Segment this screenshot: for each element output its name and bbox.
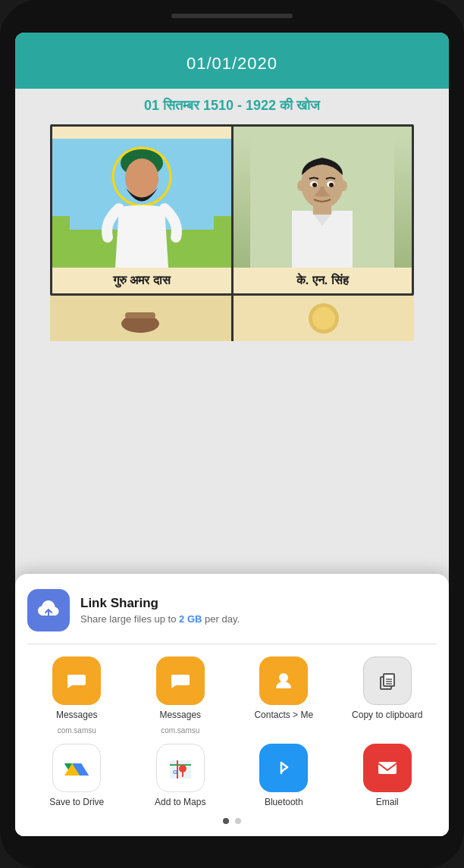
drive-icon <box>52 744 101 792</box>
kn-svg <box>250 139 394 268</box>
app-header: 01/01/2020 <box>15 33 449 89</box>
maps-svg: G <box>167 754 194 782</box>
email-svg <box>374 754 401 782</box>
share-item-contacts[interactable]: Contacts > Me <box>234 656 334 735</box>
svg-point-10 <box>340 180 347 191</box>
guru-figure <box>52 139 231 268</box>
maps-icon: G <box>156 744 205 792</box>
svg-point-4 <box>125 158 158 198</box>
svg-point-24 <box>279 673 288 682</box>
guru-amar-das-cell: गुरु अमर दास <box>52 127 231 293</box>
messages2-sublabel: com.samsu <box>161 726 199 735</box>
email-icon <box>363 744 412 792</box>
subtitle-prefix: Share large files up to <box>80 613 179 625</box>
guru-caption: गुरु अमर दास <box>52 268 231 293</box>
share-item-email[interactable]: Email <box>338 744 437 809</box>
kn-figure <box>234 139 412 268</box>
bluetooth-label: Bluetooth <box>265 797 303 809</box>
bottom-cell-left <box>50 296 231 341</box>
guru-svg <box>70 139 214 268</box>
svg-point-36 <box>179 765 187 772</box>
share-subtitle: Share large files up to 2 GB per day. <box>80 613 240 625</box>
share-title: Link Sharing <box>80 596 240 611</box>
contacts-label: Contacts > Me <box>254 710 313 722</box>
dot-1 <box>223 818 229 824</box>
share-item-bluetooth[interactable]: Bluetooth <box>234 744 334 809</box>
bottom-row <box>50 296 414 341</box>
drive-svg <box>61 754 92 782</box>
header-date: 01/01/2020 <box>30 54 434 74</box>
share-sheet: Link Sharing Share large files up to 2 G… <box>15 574 449 835</box>
bottom-right-img <box>293 297 354 339</box>
messages1-icon <box>52 656 101 705</box>
messages1-sublabel: com.samsu <box>58 726 96 735</box>
svg-text:G: G <box>173 769 177 776</box>
maps-label: Add to Maps <box>155 797 205 809</box>
share-grid-row1: Messages com.samsu Messages com.samsu <box>27 656 437 735</box>
messages1-label: Messages <box>56 710 98 722</box>
svg-point-13 <box>312 183 317 187</box>
svg-rect-17 <box>125 312 155 318</box>
share-item-messages1[interactable]: Messages com.samsu <box>27 656 127 735</box>
kn-figure-wrapper <box>234 139 412 268</box>
phone-screen: 01/01/2020 01 सितम्बर 1510 - 1922 की खोज <box>15 33 449 836</box>
link-sharing-icon <box>27 589 70 631</box>
svg-rect-38 <box>270 754 297 782</box>
clipboard-label: Copy to clipboard <box>352 710 422 722</box>
subtitle-suffix: per day. <box>202 613 240 625</box>
bottom-left-img <box>110 297 171 339</box>
svg-point-20 <box>312 307 335 330</box>
share-header: Link Sharing Share large files up to 2 G… <box>27 589 437 644</box>
phone-frame: 01/01/2020 01 सितम्बर 1510 - 1922 की खोज <box>0 0 464 868</box>
contacts-svg <box>270 667 297 694</box>
share-item-messages2[interactable]: Messages com.samsu <box>131 656 230 735</box>
svg-point-9 <box>297 180 305 191</box>
cloud-upload-svg <box>36 599 61 622</box>
messages1-svg <box>63 667 90 694</box>
email-label: Email <box>376 797 399 809</box>
bluetooth-svg <box>270 754 297 782</box>
content-subtitle: 01 सितम्बर 1510 - 1922 की खोज <box>144 98 320 114</box>
clipboard-svg <box>374 667 401 694</box>
share-text-block: Link Sharing Share large files up to 2 G… <box>80 596 240 625</box>
messages2-svg <box>167 667 194 694</box>
image-grid: गुरु अमर दास <box>50 124 414 296</box>
guru-figure-wrapper <box>52 139 231 268</box>
dot-2 <box>235 818 241 824</box>
kn-singh-cell: के. एन. सिंह <box>234 127 412 293</box>
share-item-clipboard[interactable]: Copy to clipboard <box>338 656 437 735</box>
contacts-icon <box>259 656 308 705</box>
kn-caption: के. एन. सिंह <box>234 268 412 293</box>
share-item-maps[interactable]: G Add to Maps <box>131 744 230 809</box>
svg-rect-41 <box>378 762 397 774</box>
messages2-label: Messages <box>159 710 201 722</box>
share-grid-row2: Save to Drive <box>27 744 437 809</box>
bottom-cell-right <box>234 296 415 341</box>
svg-point-14 <box>329 183 334 187</box>
messages2-icon <box>156 656 205 705</box>
pagination-dots <box>27 818 437 824</box>
clipboard-icon <box>363 656 412 705</box>
phone-notch <box>171 14 293 18</box>
bluetooth-icon <box>259 744 308 792</box>
drive-label: Save to Drive <box>49 797 104 809</box>
subtitle-highlight: 2 GB <box>179 613 202 625</box>
share-item-drive[interactable]: Save to Drive <box>27 744 127 809</box>
